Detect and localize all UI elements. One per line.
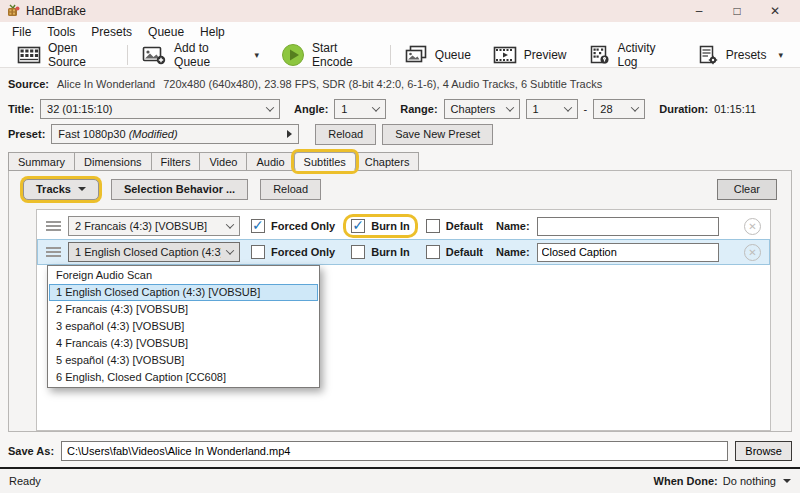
subtitle-track-list: 2 Francais (4:3) [VOBSUB] Forced Only Bu…: [36, 209, 771, 431]
title-row: Title: 32 (01:15:10) Angle: 1 Range: Cha…: [0, 98, 800, 120]
handbrake-window: HandBrake – □ ✕ FileToolsPresetsQueueHel…: [0, 0, 800, 493]
track-dropdown-list: Foreign Audio Scan1 English Closed Capti…: [47, 265, 320, 388]
start-encode-play-icon: [281, 43, 305, 67]
toolbar-presets-button[interactable]: Presets: [686, 42, 794, 67]
preset-value: Fast 1080p30: [58, 128, 125, 140]
toolbar-separator: [390, 45, 391, 65]
track-dropdown-option-5[interactable]: 5 español (4:3) [VOBSUB]: [49, 352, 318, 369]
chevron-down-icon: [563, 103, 571, 111]
tab-6[interactable]: Chapters: [355, 152, 420, 171]
title-label: Title:: [8, 103, 34, 115]
subtitle-row-1: 2 Francais (4:3) [VOBSUB] Forced Only Bu…: [37, 213, 770, 239]
chevron-down-icon: [505, 103, 513, 111]
preset-select[interactable]: Fast 1080p30 (Modified): [51, 124, 299, 144]
when-done-control[interactable]: When Done: Do nothing: [654, 475, 791, 487]
range-to-value: 28: [600, 103, 612, 115]
source-row: Source: Alice In Wonderland 720x480 (640…: [0, 76, 800, 92]
close-button[interactable]: ✕: [756, 4, 794, 18]
track-dropdown-option-1[interactable]: 1 English Closed Caption (4:3) [VOBSUB]: [49, 284, 318, 301]
preset-reload-button[interactable]: Reload: [315, 124, 376, 145]
track-select-2[interactable]: 1 English Closed Caption (4:3) [VOBSUB]: [68, 242, 240, 262]
track-dropdown-option-4[interactable]: 4 Francais (4:3) [VOBSUB]: [49, 335, 318, 352]
menu-item-1[interactable]: Tools: [39, 23, 83, 41]
arrow-right-icon: [287, 130, 292, 138]
queue-stack-icon: [404, 45, 428, 65]
default-checkbox-1[interactable]: [426, 219, 440, 233]
subtitles-reload-button[interactable]: Reload: [260, 179, 321, 200]
queue-button[interactable]: Queue: [393, 42, 482, 67]
tab-strip: SummaryDimensionsFiltersVideoAudioSubtit…: [8, 151, 800, 171]
angle-select[interactable]: 1: [334, 99, 386, 119]
name-input-2[interactable]: [537, 243, 719, 262]
clear-button[interactable]: Clear: [717, 179, 777, 200]
range-to-select[interactable]: 28: [593, 99, 645, 119]
remove-track-icon[interactable]: ✕: [744, 218, 761, 235]
maximize-button[interactable]: □: [718, 4, 756, 18]
remove-track-icon[interactable]: ✕: [744, 244, 761, 261]
title-select-value: 32 (01:15:10): [47, 103, 112, 115]
tab-4[interactable]: Audio: [246, 152, 294, 171]
save-new-preset-button[interactable]: Save New Preset: [382, 124, 493, 145]
track-dropdown-option-2[interactable]: 2 Francais (4:3) [VOBSUB]: [49, 301, 318, 318]
handbrake-logo-icon: [6, 4, 20, 18]
save-as-label: Save As:: [8, 445, 54, 457]
default-label: Default: [446, 246, 483, 258]
menu-item-2[interactable]: Presets: [83, 23, 140, 41]
activity-log-button[interactable]: Activity Log: [578, 42, 686, 67]
name-label: Name:: [496, 220, 530, 232]
track-select-1-value: 2 Francais (4:3) [VOBSUB]: [75, 220, 207, 232]
tab-1[interactable]: Dimensions: [74, 152, 151, 171]
menu-item-0[interactable]: File: [4, 23, 39, 41]
title-select[interactable]: 32 (01:15:10): [40, 99, 280, 119]
range-from-select[interactable]: 1: [526, 99, 578, 119]
menu-item-4[interactable]: Help: [192, 23, 233, 41]
tracks-button-label: Tracks: [36, 183, 71, 195]
track-dropdown-option-3[interactable]: 3 español (4:3) [VOBSUB]: [49, 318, 318, 335]
track-select-1[interactable]: 2 Francais (4:3) [VOBSUB]: [68, 216, 240, 236]
drag-handle-icon[interactable]: [46, 221, 61, 231]
forced-only-checkbox-1[interactable]: [251, 219, 265, 233]
burn-in-label: Burn In: [371, 246, 410, 258]
preview-button[interactable]: Preview: [482, 42, 578, 67]
activity-log-icon: [589, 45, 611, 65]
tracks-dropdown-button[interactable]: Tracks: [23, 179, 99, 200]
chevron-down-icon: [631, 103, 639, 111]
tab-0[interactable]: Summary: [8, 152, 75, 171]
browse-button[interactable]: Browse: [735, 441, 792, 461]
start-encode-label: Start Encode: [312, 41, 377, 69]
angle-select-value: 1: [341, 103, 347, 115]
track-dropdown-option-0[interactable]: Foreign Audio Scan: [49, 267, 318, 284]
menu-item-3[interactable]: Queue: [140, 23, 192, 41]
burn-in-group-1: Burn In: [346, 217, 415, 235]
selection-behavior-button[interactable]: Selection Behavior ...: [111, 179, 248, 200]
minimize-button[interactable]: –: [680, 4, 718, 18]
save-as-input[interactable]: [61, 441, 728, 461]
default-checkbox-2[interactable]: [426, 245, 440, 259]
range-type-select[interactable]: Chapters: [444, 99, 520, 119]
chevron-down-icon: [226, 220, 234, 228]
burn-in-checkbox-1[interactable]: [351, 219, 365, 233]
name-label: Name:: [496, 246, 530, 258]
default-group-1: Default: [421, 217, 488, 235]
when-done-label: When Done:: [654, 475, 718, 487]
burn-in-group-2: Burn In: [346, 243, 415, 261]
add-to-queue-button[interactable]: Add to Queue: [130, 42, 270, 67]
tab-3[interactable]: Video: [199, 152, 247, 171]
name-input-1[interactable]: [537, 217, 719, 236]
forced-only-checkbox-2[interactable]: [251, 245, 265, 259]
burn-in-checkbox-2[interactable]: [351, 245, 365, 259]
activity-log-label: Activity Log: [618, 41, 675, 69]
preset-row: Preset: Fast 1080p30 (Modified) Reload S…: [0, 123, 800, 145]
track-dropdown-option-6[interactable]: 6 English, Closed Caption [CC608]: [49, 369, 318, 386]
save-as-row: Save As: Browse: [0, 440, 800, 461]
start-encode-button[interactable]: Start Encode: [270, 42, 388, 67]
range-dash: -: [584, 103, 588, 115]
duration-value: 01:15:11: [714, 103, 756, 115]
drag-handle-icon[interactable]: [46, 247, 61, 257]
tab-2[interactable]: Filters: [151, 152, 201, 171]
tab-5[interactable]: Subtitles: [294, 152, 356, 171]
toolbar: Open Source Add to Queue: [0, 42, 800, 68]
default-group-2: Default: [421, 243, 488, 261]
open-source-button[interactable]: Open Source: [6, 42, 125, 67]
when-done-value: Do nothing: [723, 475, 776, 487]
